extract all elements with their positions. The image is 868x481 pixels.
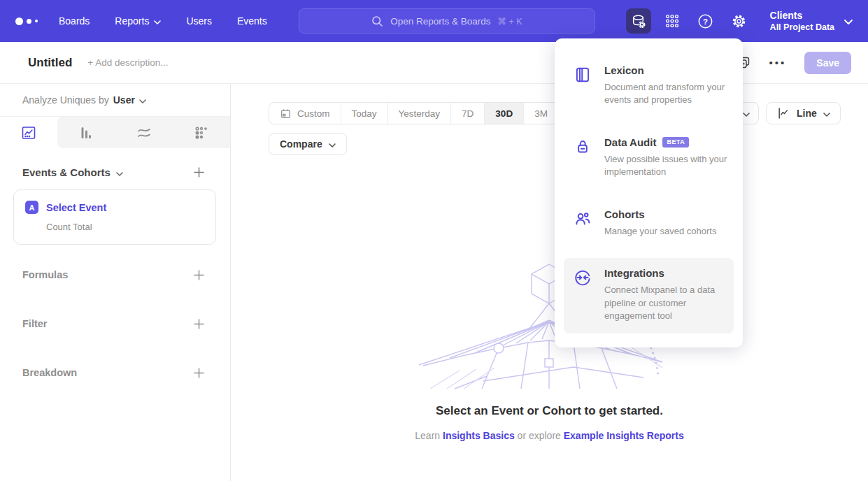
add-formula-button[interactable] [193, 269, 205, 281]
help-question-icon: ? [697, 13, 713, 29]
topbar-right: ? Clients All Project Data [626, 0, 853, 42]
date-range-today[interactable]: Today [341, 103, 388, 124]
header-actions: ••• Save [737, 52, 851, 74]
nav-item-reports[interactable]: Reports [115, 15, 161, 27]
nav-item-events[interactable]: Events [237, 15, 267, 27]
date-range-7d[interactable]: 7D [451, 103, 485, 124]
add-description-field[interactable]: + Add description... [87, 57, 168, 68]
apps-grid-icon [664, 13, 680, 29]
help-button[interactable]: ? [693, 8, 718, 34]
chart-type-dropdown[interactable]: Line [766, 102, 841, 124]
analyze-label: Analyze Uniques by [22, 94, 109, 106]
mixpanel-insights-app: Boards Reports Users Events Open Reports… [0, 0, 868, 481]
select-event-label[interactable]: Select Event [46, 202, 106, 213]
menu-item-title: Cohorts [604, 208, 645, 220]
settings-button[interactable] [727, 8, 752, 34]
report-title[interactable]: Untitled [28, 56, 72, 70]
more-options-button[interactable]: ••• [769, 57, 787, 69]
chevron-down-icon [743, 107, 750, 120]
add-breakdown-button[interactable] [193, 367, 205, 379]
compare-dropdown[interactable]: Compare [269, 133, 347, 155]
primary-nav: Boards Reports Users Events [59, 15, 267, 27]
mixpanel-logo[interactable] [15, 17, 43, 25]
data-audit-lock-icon [574, 136, 592, 179]
empty-state-links: Learn Insights Basics or explore Example… [231, 430, 868, 441]
example-reports-link[interactable]: Example Insights Reports [564, 430, 684, 441]
top-navbar: Boards Reports Users Events Open Reports… [0, 0, 868, 42]
gear-icon [731, 13, 747, 29]
menu-item-integrations[interactable]: Integrations Connect Mixpanel to a data … [564, 258, 734, 333]
menu-item-description: Connect Mixpanel to a data pipeline or c… [604, 284, 730, 322]
project-switcher[interactable]: Clients All Project Data [770, 9, 853, 33]
events-cohorts-header: Events & Cohorts [0, 166, 230, 178]
chevron-down-icon [139, 94, 146, 106]
apps-grid-button[interactable] [660, 8, 685, 34]
tab-retention[interactable] [173, 117, 230, 148]
menu-item-lexicon[interactable]: Lexicon Document and transform your even… [564, 55, 734, 117]
retention-dots-icon [193, 124, 210, 141]
chevron-down-icon [154, 15, 161, 27]
cohorts-people-icon [574, 208, 592, 238]
event-card[interactable]: A Select Event Count Total [13, 189, 216, 245]
save-button[interactable]: Save [804, 52, 851, 74]
tab-bar-chart[interactable] [57, 117, 115, 148]
chevron-down-icon [116, 166, 123, 178]
formulas-section: Formulas [0, 266, 230, 284]
data-management-button[interactable] [626, 8, 651, 34]
chart-type-tabs [0, 116, 230, 148]
insights-basics-link[interactable]: Insights Basics [443, 430, 515, 441]
events-cohorts-toggle[interactable]: Events & Cohorts [22, 166, 123, 178]
analyze-row: Analyze Uniques by User [0, 84, 230, 116]
nav-item-boards[interactable]: Boards [59, 15, 90, 27]
data-management-menu: Lexicon Document and transform your even… [555, 38, 743, 347]
report-canvas: Custom Today Yesterday 7D 30D 3M 6M Comp… [231, 84, 868, 481]
nav-item-users[interactable]: Users [186, 15, 212, 27]
global-search-input[interactable]: Open Reports & Boards ⌘ + K [299, 8, 595, 34]
count-total-label[interactable]: Count Total [46, 222, 204, 232]
search-placeholder: Open Reports & Boards [390, 16, 490, 27]
project-switcher-subtitle: All Project Data [770, 22, 834, 33]
search-icon [371, 15, 383, 27]
menu-item-title: Data Audit [604, 136, 656, 148]
project-switcher-title: Clients [770, 9, 834, 22]
add-filter-button[interactable] [193, 318, 205, 330]
date-range-3m[interactable]: 3M [524, 103, 559, 124]
empty-state-title: Select an Event or Cohort to get started… [231, 404, 868, 418]
menu-item-description: Manage your saved cohorts [604, 225, 730, 238]
svg-text:?: ? [703, 17, 708, 25]
tab-insights[interactable] [0, 117, 57, 148]
query-builder-sidebar: Analyze Uniques by User [0, 84, 231, 481]
menu-item-data-audit[interactable]: Data Audit BETA View possible issues wit… [564, 127, 734, 189]
beta-badge: BETA [662, 137, 689, 148]
tab-flow[interactable] [115, 117, 173, 148]
menu-item-title: Lexicon [604, 64, 644, 76]
empty-state: Select an Event or Cohort to get started… [231, 404, 868, 441]
menu-item-description: Document and transform your events and p… [604, 81, 730, 107]
flow-stream-icon [136, 124, 152, 141]
menu-item-cohorts[interactable]: Cohorts Manage your saved cohorts [564, 199, 734, 248]
search-shortcut: ⌘ + K [498, 16, 522, 27]
filter-section: Filter [0, 315, 230, 333]
analyze-uniques-by-dropdown[interactable]: User [113, 94, 146, 106]
add-event-button[interactable] [193, 166, 205, 178]
calendar-icon [280, 108, 292, 120]
date-range-30d[interactable]: 30D [485, 103, 524, 124]
menu-item-title: Integrations [604, 267, 664, 279]
event-letter-badge: A [25, 201, 38, 214]
chevron-down-icon [823, 108, 830, 119]
date-range-yesterday[interactable]: Yesterday [388, 103, 452, 124]
lexicon-book-icon [574, 64, 592, 107]
insights-chart-icon [20, 124, 37, 141]
integrations-arrows-icon [574, 267, 592, 322]
line-chart-icon [776, 106, 790, 120]
breakdown-section: Breakdown [0, 364, 230, 382]
database-gear-icon [630, 13, 646, 29]
bar-chart-icon [78, 124, 94, 141]
chevron-down-icon [329, 138, 336, 150]
menu-item-description: View possible issues with your implement… [604, 153, 730, 179]
chevron-down-icon [844, 15, 853, 27]
date-range-control: Custom Today Yesterday 7D 30D 3M 6M [269, 102, 594, 124]
date-range-custom[interactable]: Custom [269, 103, 341, 124]
